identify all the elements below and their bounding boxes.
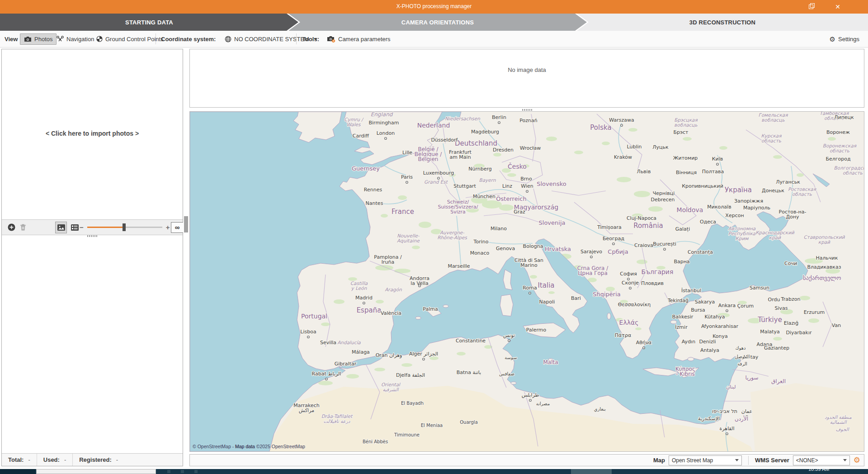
settings-button[interactable]: ⚙ Settings bbox=[826, 33, 863, 45]
map-label: Türkiye bbox=[757, 316, 782, 324]
tools-label: Tools: bbox=[302, 31, 319, 47]
map-label: الأردن bbox=[735, 415, 748, 422]
thumbnail-size-increase[interactable]: + bbox=[166, 223, 170, 231]
photos-panel-toolbar: − + ∞ bbox=[2, 219, 183, 235]
map-label: Житомир bbox=[673, 155, 698, 161]
map-label: Београд bbox=[603, 236, 625, 242]
map-label: Tekirdağ bbox=[667, 298, 689, 303]
map-label: İzmir bbox=[675, 324, 688, 330]
map-label: Birmingham bbox=[368, 120, 399, 126]
registered-value: - bbox=[116, 456, 118, 463]
horizontal-splitter-grip[interactable] bbox=[522, 109, 532, 111]
step-3d-reconstruction[interactable]: 3D RECONSTRUCTION bbox=[577, 14, 868, 31]
capital-dot bbox=[423, 358, 425, 360]
map-label: Linz bbox=[502, 183, 512, 189]
map-label: العراق bbox=[771, 378, 786, 385]
map-label: Česko bbox=[508, 162, 527, 170]
no-image-data-text: No image data bbox=[190, 66, 864, 73]
step-camera-orientations[interactable]: CAMERA ORIENTATIONS bbox=[288, 14, 587, 31]
map-label: Sarajevo bbox=[580, 249, 602, 255]
import-photos-hint[interactable]: < Click here to import photos > bbox=[2, 130, 183, 137]
map-label: الرقة bbox=[737, 361, 747, 366]
step-starting-data[interactable]: STARTING DATA bbox=[0, 14, 298, 31]
list-view-button[interactable] bbox=[69, 222, 80, 233]
ground-control-points-button[interactable]: Ground Control Points bbox=[92, 33, 168, 45]
taskbar[interactable]: 10:39 AM bbox=[0, 469, 868, 474]
map-panel: EnglandCymru /WalesBirminghamLondonCardi… bbox=[189, 111, 864, 452]
map-label: Craiova bbox=[634, 242, 653, 248]
panel-splitter-grip[interactable] bbox=[87, 235, 97, 237]
close-window-button[interactable]: ✕ bbox=[831, 3, 844, 11]
map-label: سوسة bbox=[505, 355, 517, 360]
map-label: Україна bbox=[725, 186, 752, 194]
map-label: Torino bbox=[473, 239, 489, 245]
trash-icon bbox=[20, 224, 26, 231]
thumbnail-size-decrease[interactable]: − bbox=[80, 223, 84, 231]
map-label: بنغازي bbox=[594, 407, 606, 412]
vertical-splitter[interactable] bbox=[183, 49, 189, 466]
map-label: Пловдив bbox=[641, 280, 664, 286]
map-label: Lisboa bbox=[300, 329, 316, 335]
capital-dot bbox=[326, 378, 328, 380]
show-all-photos-button[interactable]: ∞ bbox=[171, 222, 184, 233]
map-label: València bbox=[381, 310, 401, 316]
horizontal-splitter[interactable] bbox=[189, 108, 864, 111]
map-label: Diyarbakır bbox=[786, 330, 812, 336]
map-label: Warszawa bbox=[609, 117, 634, 123]
corfu-island bbox=[607, 313, 611, 319]
slider-fill bbox=[87, 227, 124, 228]
map-label: Львів bbox=[637, 169, 651, 175]
wms-server-select[interactable]: <NONE> bbox=[793, 455, 850, 465]
add-photos-button[interactable] bbox=[5, 222, 17, 233]
map-label: Afyonkarahisar bbox=[701, 323, 739, 329]
map-label: Portugal bbox=[301, 313, 327, 320]
map-label: Djelfa الجلفة bbox=[396, 372, 425, 378]
plus-icon bbox=[8, 223, 15, 231]
map-source-select[interactable]: Open Street Map bbox=[669, 455, 742, 465]
map-label: Ankara bbox=[718, 303, 736, 308]
coordinate-system-label: Coordinate system: bbox=[161, 31, 216, 47]
map-label: تونس bbox=[503, 332, 515, 338]
taskbar-app-icon[interactable] bbox=[194, 470, 198, 473]
map-label: Roma bbox=[523, 285, 537, 291]
map-canvas[interactable]: EnglandCymru /WalesBirminghamLondonCardi… bbox=[190, 112, 864, 451]
gear-icon: ⚙ bbox=[830, 36, 835, 43]
restore-window-button[interactable] bbox=[805, 3, 818, 11]
map-label: Çorum bbox=[737, 303, 754, 309]
map-label: Миколаїв bbox=[707, 204, 731, 210]
map-label: Polska bbox=[590, 123, 611, 132]
map-label: Nürnberg bbox=[468, 166, 492, 172]
restore-icon bbox=[809, 5, 813, 9]
map-label: Van bbox=[832, 322, 841, 328]
map-label: Херсон bbox=[725, 213, 744, 218]
map-label: Málaga bbox=[352, 349, 370, 355]
capital-dot bbox=[590, 256, 593, 258]
map-label: Брэсцкаявобласць bbox=[674, 117, 698, 128]
map-label: İstanbul bbox=[681, 288, 701, 294]
vertical-splitter-handle[interactable] bbox=[184, 216, 188, 232]
photos-button[interactable]: Photos bbox=[20, 33, 57, 45]
map-label: Lille bbox=[402, 150, 412, 156]
taskbar-search-box[interactable] bbox=[36, 469, 156, 474]
map-label: Кропивницький bbox=[682, 183, 723, 189]
delete-photos-button[interactable] bbox=[17, 222, 29, 233]
taskbar-app-icon[interactable] bbox=[167, 470, 170, 473]
menorca-island bbox=[443, 305, 448, 308]
map-label: Київ bbox=[712, 156, 723, 162]
slider-thumb[interactable] bbox=[123, 223, 126, 231]
capital-dot bbox=[385, 137, 387, 140]
map-label: Nantes bbox=[366, 200, 383, 206]
capital-dot bbox=[363, 302, 365, 304]
start-button[interactable] bbox=[0, 469, 35, 474]
map-label: Poznań bbox=[519, 118, 537, 123]
navigation-button[interactable]: Navigation bbox=[52, 33, 98, 45]
map-settings-gear-icon[interactable]: ⚙ bbox=[854, 457, 860, 464]
map-label: België /Belgique /Belgien bbox=[415, 146, 442, 162]
thumbnail-view-button[interactable] bbox=[55, 222, 67, 233]
map-source-label: Map bbox=[653, 457, 665, 464]
camera-parameters-button[interactable]: Camera parameters bbox=[323, 33, 395, 45]
taskbar-active-app[interactable] bbox=[571, 469, 612, 474]
taskbar-app-icon[interactable] bbox=[181, 470, 184, 473]
map-label: Luxembourg bbox=[423, 170, 454, 176]
thumbnail-size-slider[interactable] bbox=[87, 227, 162, 228]
